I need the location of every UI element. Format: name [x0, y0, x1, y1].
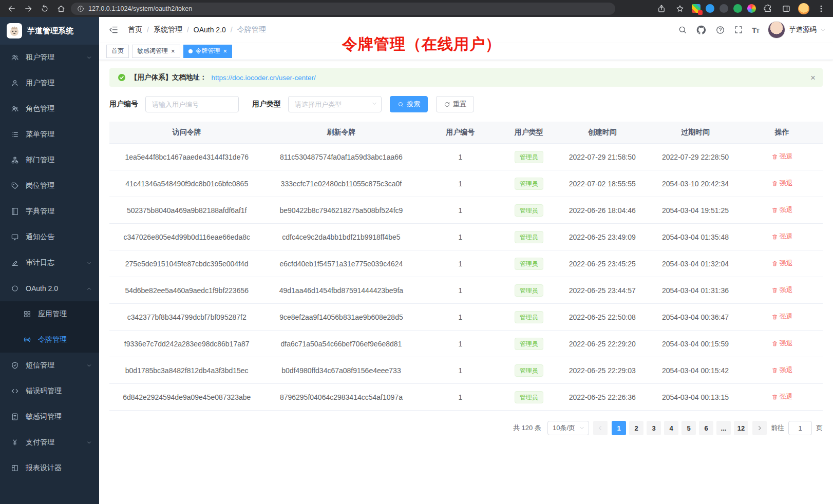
alert-link[interactable]: https://doc.iocoder.cn/user-center/ — [212, 74, 316, 82]
user-id-cell: 1 — [418, 304, 502, 331]
tab-home[interactable]: 首页 — [106, 45, 129, 58]
page-button[interactable]: 1 — [612, 421, 626, 435]
force-logout-button[interactable]: 强退 — [771, 339, 793, 348]
sidebar-item-sms[interactable]: 短信管理 — [0, 353, 99, 378]
extension-icon[interactable] — [747, 4, 756, 13]
fullscreen-icon[interactable] — [734, 25, 743, 34]
yen-icon — [10, 438, 20, 447]
force-logout-button[interactable]: 强退 — [771, 232, 793, 241]
tab-close-icon[interactable]: × — [171, 48, 175, 54]
sidebar-item-report-designer[interactable]: 报表设计器 — [0, 455, 99, 481]
address-bar[interactable]: 127.0.0.1:1024/system/oauth2/token — [71, 3, 615, 15]
token-table: 访问令牌刷新令牌用户编号用户类型创建时间过期时间操作 1ea5e44f8bc14… — [109, 122, 823, 411]
force-logout-button[interactable]: 强退 — [771, 312, 793, 321]
chevron-up-icon — [86, 286, 92, 292]
user-menu[interactable]: 芋道源码 — [768, 21, 826, 38]
goto-label: 前往 — [771, 423, 784, 433]
info-icon[interactable] — [77, 5, 84, 12]
table-row: 41c41346a548490f9dc8b01c6bfe0865333ecfc7… — [109, 170, 823, 197]
people-icon — [10, 104, 20, 113]
sidebar-item-oauth2-token[interactable]: 令牌管理 — [0, 327, 99, 353]
extension-icon[interactable] — [706, 4, 714, 13]
page-button[interactable]: 4 — [664, 421, 678, 435]
created-time-cell: 2022-06-25 23:49:09 — [555, 224, 649, 250]
sidebar-item-label: 敏感词管理 — [26, 412, 62, 421]
force-logout-button[interactable]: 强退 — [771, 259, 793, 268]
force-logout-button[interactable]: 强退 — [771, 392, 793, 401]
page-button[interactable]: 5 — [681, 421, 696, 435]
sidebar-menu: 租户管理用户管理角色管理菜单管理部门管理岗位管理字典管理通知公告审计日志OAut… — [0, 45, 99, 504]
tab-close-icon[interactable]: × — [223, 48, 228, 54]
breadcrumb-separator: / — [231, 26, 233, 34]
user-id-input[interactable] — [145, 96, 239, 112]
page-button[interactable]: 3 — [647, 421, 661, 435]
sidebar-item-dict[interactable]: 字典管理 — [0, 199, 99, 224]
page-size-select[interactable]: 10条/页 — [547, 421, 589, 435]
breadcrumb-item[interactable]: 系统管理 — [154, 25, 182, 34]
page-button[interactable]: 6 — [699, 421, 713, 435]
force-logout-button[interactable]: 强退 — [771, 365, 793, 375]
force-logout-button[interactable]: 强退 — [771, 179, 793, 188]
signal-icon — [23, 335, 32, 344]
user-type-select[interactable] — [288, 96, 382, 112]
browser-menu-icon[interactable] — [815, 2, 828, 15]
sidebar-item-post[interactable]: 岗位管理 — [0, 173, 99, 199]
user-type-badge: 管理员 — [515, 204, 543, 217]
user-id-cell: 1 — [418, 277, 502, 304]
page-button[interactable]: 2 — [629, 421, 643, 435]
reload-button[interactable] — [38, 2, 51, 15]
sidebar-item-notice[interactable]: 通知公告 — [0, 224, 99, 250]
sidebar-item-dept[interactable]: 部门管理 — [0, 147, 99, 173]
sidebar-fold-icon[interactable] — [106, 23, 121, 37]
breadcrumb-item[interactable]: OAuth 2.0 — [194, 26, 226, 34]
extensions-puzzle-icon[interactable] — [761, 2, 774, 15]
sidebar-item-tenant[interactable]: 租户管理 — [0, 45, 99, 70]
goto-page-input[interactable] — [788, 421, 812, 435]
tab-label: 首页 — [111, 47, 124, 55]
force-logout-button[interactable]: 强退 — [771, 152, 793, 161]
sidebar-item-label: 支付管理 — [26, 438, 54, 447]
back-button[interactable] — [5, 2, 18, 15]
sidebar-item-menu[interactable]: 菜单管理 — [0, 122, 99, 147]
breadcrumb-item[interactable]: 首页 — [128, 25, 142, 34]
home-button[interactable] — [54, 2, 68, 15]
browser-profile-avatar[interactable] — [798, 3, 809, 14]
forward-button[interactable] — [22, 2, 35, 15]
reset-button[interactable]: 重置 — [436, 96, 474, 112]
sidebar-item-role[interactable]: 角色管理 — [0, 96, 99, 122]
delete-icon — [771, 153, 778, 160]
force-logout-button[interactable]: 强退 — [771, 285, 793, 295]
sidebar-item-oauth2[interactable]: OAuth 2.0 — [0, 276, 99, 301]
force-logout-button[interactable]: 强退 — [771, 205, 793, 215]
bookmark-star-icon[interactable] — [673, 2, 687, 15]
search-button[interactable]: 搜索 — [390, 96, 428, 112]
sidebar-item-pay[interactable]: 支付管理 — [0, 430, 99, 455]
user-type-badge: 管理员 — [515, 231, 543, 243]
next-page-button[interactable] — [752, 421, 767, 435]
tab-sensitive-word[interactable]: 敏感词管理× — [132, 45, 180, 58]
help-icon[interactable] — [715, 25, 725, 35]
sidebar-item-user[interactable]: 用户管理 — [0, 70, 99, 96]
app-logo[interactable]: 芋道管理系统 — [0, 17, 99, 45]
share-icon[interactable] — [655, 2, 668, 15]
app-title: 芋道管理系统 — [27, 26, 73, 36]
sidebar-item-label: OAuth 2.0 — [26, 284, 58, 293]
access-token-cell: f9336e7c7dd242a283ee98dc86b17a87 — [109, 331, 264, 357]
sidebar-item-audit-log[interactable]: 审计日志 — [0, 250, 99, 276]
sidebar-item-error-code[interactable]: 错误码管理 — [0, 378, 99, 404]
page-more-button[interactable]: ... — [716, 421, 731, 435]
extension-icon[interactable] — [733, 4, 742, 13]
page-button[interactable]: 12 — [734, 421, 748, 435]
sidebar-item-oauth2-app[interactable]: 应用管理 — [0, 301, 99, 327]
prev-page-button[interactable] — [593, 421, 608, 435]
user-type-select-input[interactable] — [288, 96, 382, 112]
sidebar-item-sensitive-word[interactable]: 敏感词管理 — [0, 404, 99, 430]
tab-token[interactable]: 令牌管理× — [183, 45, 233, 58]
extension-icon[interactable] — [720, 4, 728, 13]
extension-icon[interactable] — [692, 4, 701, 13]
search-icon[interactable] — [678, 25, 687, 34]
alert-close-icon[interactable]: × — [810, 73, 816, 82]
font-size-icon[interactable]: TT — [752, 26, 759, 34]
side-panel-icon[interactable] — [780, 2, 793, 15]
github-icon[interactable] — [696, 25, 707, 35]
